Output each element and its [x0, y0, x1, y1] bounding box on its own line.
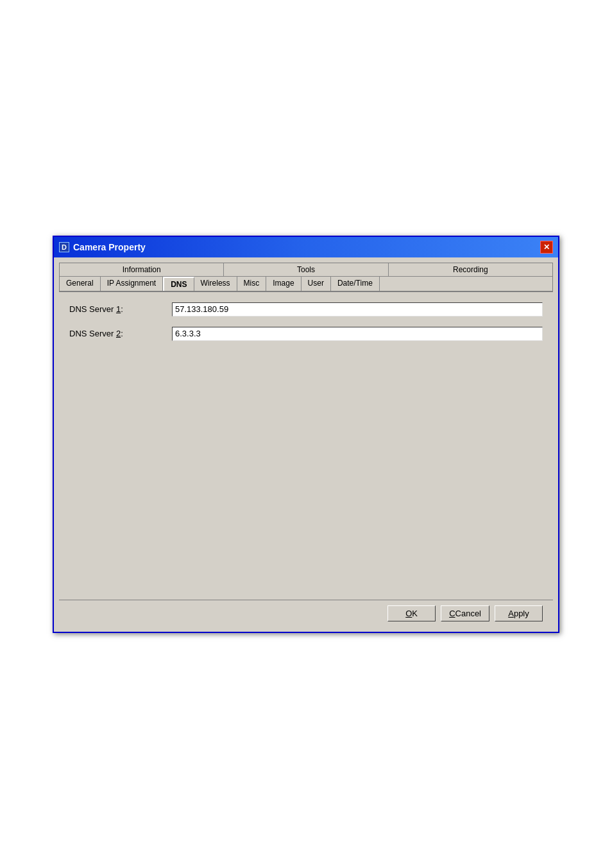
tab-group-recording: Recording	[389, 263, 552, 276]
background: D Camera Property ✕ Information Tools	[0, 0, 612, 868]
title-bar-left: D Camera Property	[59, 242, 146, 252]
dns-server-1-row: DNS Server 1:	[69, 302, 543, 317]
dns-server-2-row: DNS Server 2:	[69, 327, 543, 341]
tab-group-row: Information Tools Recording	[60, 263, 552, 277]
apply-button[interactable]: Apply	[495, 605, 543, 621]
tab-group-information: Information	[60, 263, 224, 276]
tab-wireless[interactable]: Wireless	[194, 277, 237, 291]
tab-row: General IP Assignment DNS Wireless Misc	[60, 277, 552, 291]
dns-server-1-input[interactable]	[172, 302, 543, 317]
tab-image[interactable]: Image	[266, 277, 301, 291]
dialog-title: Camera Property	[73, 242, 146, 252]
tab-general[interactable]: General	[60, 277, 101, 291]
dns-server-1-label: DNS Server 1:	[69, 304, 172, 314]
dns-server-2-label: DNS Server 2:	[69, 329, 172, 338]
cancel-button[interactable]: CCancel	[441, 605, 489, 621]
tab-ip-assignment[interactable]: IP Assignment	[101, 277, 164, 291]
dialog-window: D Camera Property ✕ Information Tools	[53, 236, 559, 633]
title-bar: D Camera Property ✕	[54, 237, 558, 257]
tab-container: Information Tools Recording General	[59, 263, 553, 291]
tab-user[interactable]: User	[302, 277, 331, 291]
tab-dns[interactable]: DNS	[163, 277, 194, 291]
tab-datetime[interactable]: Date/Time	[331, 277, 380, 291]
ok-button[interactable]: OK	[387, 605, 436, 621]
dialog-content: Information Tools Recording General	[54, 257, 558, 632]
close-button[interactable]: ✕	[540, 241, 553, 254]
dns-server-2-input[interactable]	[172, 327, 543, 341]
content-area: DNS Server 1: DNS Server 2:	[59, 291, 553, 600]
dialog-footer: OK CCancel Apply	[59, 600, 553, 627]
app-icon: D	[59, 242, 69, 252]
tab-group-tools: Tools	[224, 263, 388, 276]
tab-misc[interactable]: Misc	[237, 277, 267, 291]
